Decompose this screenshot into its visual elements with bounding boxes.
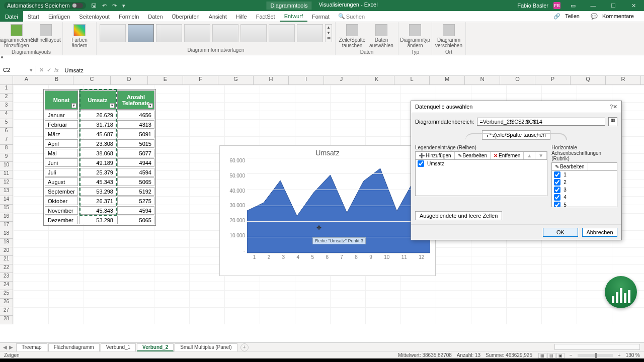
axis-item-checkbox[interactable] <box>554 202 560 207</box>
chart-style-3[interactable] <box>156 24 182 42</box>
col-header[interactable]: C <box>73 76 111 84</box>
axis-item[interactable]: 3 <box>552 186 617 194</box>
row-header[interactable]: 27 <box>0 307 13 316</box>
col-header[interactable]: O <box>500 76 535 84</box>
cell[interactable]: 4656 <box>117 111 154 119</box>
move-chart-button[interactable]: Diagramm verschieben <box>435 24 462 48</box>
axis-item[interactable]: 2 <box>552 178 617 186</box>
filter-icon[interactable]: ▾ <box>148 103 153 108</box>
col-header[interactable]: E <box>148 76 183 84</box>
row-header[interactable]: 19 <box>0 239 13 247</box>
ribbon-tab-einfügen[interactable]: Einfügen <box>44 12 74 21</box>
legend-edit-button[interactable]: ✎Bearbeiten <box>455 152 491 159</box>
col-header[interactable]: F <box>183 76 218 84</box>
filter-icon[interactable]: ▾ <box>110 103 115 108</box>
axis-item-checkbox[interactable] <box>554 179 560 186</box>
collapse-ribbon-icon[interactable]: ˄ <box>0 56 4 64</box>
col-header[interactable]: K <box>359 76 394 84</box>
row-header[interactable]: 26 <box>0 299 13 307</box>
cell[interactable]: 5065 <box>117 216 154 224</box>
accept-formula-icon[interactable]: ✓ <box>47 67 51 73</box>
chart-style-8[interactable] <box>297 24 323 42</box>
undo-icon[interactable]: ↶ <box>102 3 107 9</box>
chart-title[interactable]: Umsatz <box>220 146 435 158</box>
col-header[interactable]: R <box>606 76 641 84</box>
cell[interactable]: November <box>45 206 78 215</box>
change-colors-button[interactable]: Farben ändern <box>66 24 93 48</box>
ribbon-tab-seitenlayout[interactable]: Seitenlayout <box>74 12 114 21</box>
cell[interactable]: Oktober <box>45 197 78 205</box>
row-header[interactable]: 7 <box>0 136 13 145</box>
sheet-tab[interactable]: Verbund_2 <box>137 343 174 351</box>
row-header[interactable]: 28 <box>0 316 13 324</box>
cell[interactable]: 5091 <box>117 130 154 138</box>
cell[interactable]: 26.371 <box>79 197 116 205</box>
gallery-more-icon[interactable]: ☰ <box>326 37 332 41</box>
chart-object[interactable]: Umsatz 60.00050.00040.00030.00020.00010.… <box>219 145 436 276</box>
ribbon-tab-factset[interactable]: FactSet <box>252 12 280 21</box>
ribbon-tab-formeln[interactable]: Formeln <box>114 12 143 21</box>
cell[interactable]: 5275 <box>117 197 154 205</box>
zoom-level[interactable]: 130 % <box>626 352 640 358</box>
name-box[interactable]: C2▾ <box>0 66 36 74</box>
row-header[interactable]: 20 <box>0 247 13 256</box>
user-name[interactable]: Fabio Basler <box>517 3 548 9</box>
chart-styles-gallery[interactable]: ▲ ▼ ☰ <box>100 24 332 42</box>
chart-style-2[interactable] <box>128 24 154 42</box>
chart-style-1[interactable] <box>100 24 126 42</box>
comments-button[interactable]: 💬 Kommentare <box>588 12 640 21</box>
plot-area[interactable]: Reihe "Umsatz" Punkt 3 ✥ <box>247 158 430 253</box>
sheet-tab[interactable]: Small Multiples (Panel) <box>175 343 237 351</box>
zoom-out-icon[interactable]: − <box>570 352 573 358</box>
axis-item[interactable]: 4 <box>552 194 617 201</box>
axis-item-checkbox[interactable] <box>554 171 560 178</box>
axis-edit-button[interactable]: ✎Bearbeiten <box>552 163 588 170</box>
cell[interactable]: 38.068 <box>79 149 116 157</box>
chart-style-4[interactable] <box>184 24 210 42</box>
axis-item-checkbox[interactable] <box>554 187 560 193</box>
cell[interactable]: Juli <box>45 168 78 176</box>
gallery-down-icon[interactable]: ▼ <box>326 31 332 35</box>
cell[interactable]: 5192 <box>117 187 154 196</box>
ribbon-options-icon[interactable]: ▭ <box>566 3 581 9</box>
legend-add-button[interactable]: ➕Hinzufügen <box>416 152 455 159</box>
cell[interactable]: Dezember <box>45 216 78 224</box>
formula-input[interactable]: Umsatz <box>62 66 644 74</box>
gallery-up-icon[interactable]: ▲ <box>326 25 332 30</box>
row-header[interactable]: 8 <box>0 145 13 153</box>
col-header[interactable]: N <box>465 76 500 84</box>
cell[interactable]: 49.189 <box>79 158 116 167</box>
save-icon[interactable]: 🖫 <box>91 3 97 9</box>
view-buttons[interactable]: ▦▤▣ <box>537 352 565 358</box>
cell[interactable]: 4594 <box>117 206 154 215</box>
legend-list[interactable]: Umsatz <box>415 160 547 196</box>
row-header[interactable]: 14 <box>0 196 13 205</box>
cell[interactable]: 4594 <box>117 168 154 176</box>
legend-remove-button[interactable]: ✕Entfernen <box>491 152 524 159</box>
close-icon[interactable]: ✕ <box>626 3 641 9</box>
cell[interactable]: Februar <box>45 120 78 129</box>
row-header[interactable]: 2 <box>0 94 13 102</box>
cell[interactable]: Mai <box>45 149 78 157</box>
row-header[interactable]: 21 <box>0 256 13 264</box>
cell[interactable]: März <box>45 130 78 138</box>
row-header[interactable]: 24 <box>0 282 13 290</box>
col-header[interactable]: J <box>324 76 359 84</box>
chart-range-input[interactable] <box>477 118 605 126</box>
qat-more-icon[interactable]: ▾ <box>122 3 125 9</box>
cell[interactable]: 31.718 <box>79 120 116 129</box>
cell[interactable]: 23.308 <box>79 139 116 148</box>
filter-icon[interactable]: ▾ <box>71 103 76 108</box>
col-header[interactable]: L <box>394 76 430 84</box>
cell[interactable]: 53.298 <box>79 187 116 196</box>
sheet-tab[interactable]: Flächendiagramm <box>48 343 100 351</box>
range-selector-icon[interactable]: ▦ <box>608 117 617 126</box>
col-header[interactable]: Q <box>571 76 606 84</box>
select-data-button[interactable]: Daten auswählen <box>368 24 395 48</box>
select-all-corner[interactable] <box>0 76 13 84</box>
row-header[interactable]: 25 <box>0 290 13 299</box>
ribbon-tab-hilfe[interactable]: Hilfe <box>231 12 252 21</box>
col-header[interactable]: D <box>111 76 148 84</box>
row-header[interactable]: 12 <box>0 179 13 188</box>
cell[interactable]: 53.298 <box>79 216 116 224</box>
